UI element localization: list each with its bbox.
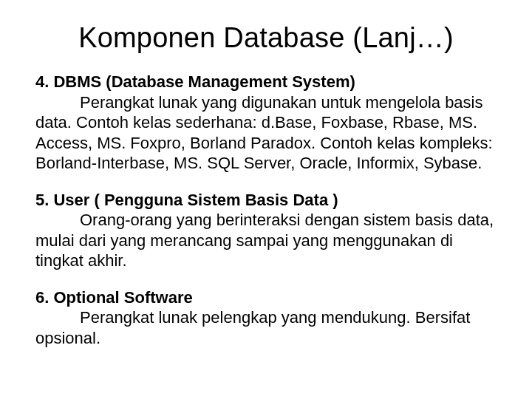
section-6-heading: 6. Optional Software (35, 287, 497, 308)
section-5: 5. User ( Pengguna Sistem Basis Data ) O… (35, 190, 497, 271)
section-5-heading: 5. User ( Pengguna Sistem Basis Data ) (35, 190, 497, 211)
slide: Komponen Database (Lanj…) 4. DBMS (Datab… (0, 0, 532, 399)
section-4-heading: 4. DBMS (Database Management System) (35, 72, 497, 92)
section-4-body: Perangkat lunak yang digunakan untuk men… (35, 92, 497, 174)
slide-title: Komponen Database (Lanj…) (35, 22, 497, 54)
section-6-body: Perangkat lunak pelengkap yang mendukung… (35, 307, 497, 348)
section-6: 6. Optional Software Perangkat lunak pel… (35, 287, 497, 349)
section-5-body: Orang-orang yang berinteraksi dengan sis… (35, 210, 497, 271)
section-4: 4. DBMS (Database Management System) Per… (35, 72, 497, 174)
